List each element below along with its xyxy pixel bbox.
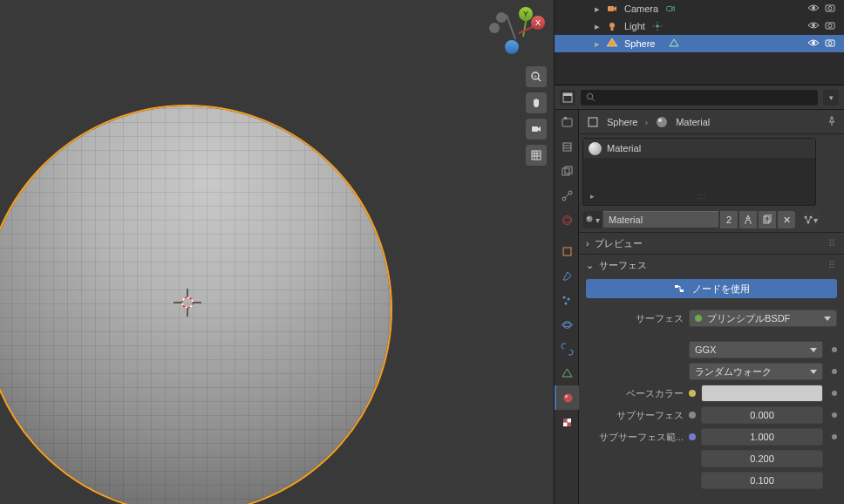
svg-point-20	[609, 23, 615, 28]
nav-gizmo[interactable]: Y X	[486, 2, 547, 63]
tab-output[interactable]	[555, 134, 579, 159]
material-preview-icon	[589, 142, 602, 155]
value-socket-icon[interactable]	[689, 412, 696, 419]
svg-rect-34	[563, 93, 572, 96]
editor-type-dropdown[interactable]	[560, 90, 575, 106]
section-header-surface[interactable]: ⌄ サーフェス ⠿	[579, 255, 844, 276]
visibility-toggle-icon[interactable]	[807, 3, 820, 15]
new-material-button[interactable]	[759, 211, 776, 228]
use-nodes-button[interactable]: ノードを使用	[586, 279, 837, 298]
prop-label-surface: サーフェス	[586, 312, 684, 325]
animate-dot-icon[interactable]	[832, 434, 837, 439]
camera-view-icon[interactable]	[526, 119, 547, 140]
unlink-material-button[interactable]: ✕	[778, 211, 795, 228]
drag-handle-icon[interactable]: ⠿	[828, 238, 837, 249]
outliner-item-sphere[interactable]: ▸ Sphere	[555, 35, 844, 52]
tab-world[interactable]	[555, 208, 579, 232]
vector-socket-icon[interactable]	[689, 433, 696, 440]
material-slot-list[interactable]: Material ▸ ::::	[582, 138, 816, 206]
material-browse-dropdown[interactable]: ▾	[582, 211, 602, 228]
gizmo-z-axis[interactable]	[505, 40, 519, 54]
material-name-field[interactable]: Material	[603, 211, 718, 228]
svg-rect-59	[589, 118, 597, 126]
properties-header: ▾	[555, 85, 844, 110]
animate-dot-icon[interactable]	[832, 391, 837, 396]
outliner-item-camera[interactable]: ▸ Camera	[555, 0, 844, 17]
svg-point-27	[812, 24, 815, 27]
tab-texture[interactable]	[555, 410, 579, 434]
fake-user-toggle-icon[interactable]	[739, 211, 757, 228]
tab-constraints[interactable]	[555, 337, 579, 361]
svg-rect-57	[567, 419, 571, 423]
drag-handle-icon[interactable]: ⠿	[828, 260, 837, 271]
viewport-side-toolbar: +	[526, 66, 547, 166]
pin-icon[interactable]	[827, 116, 837, 128]
svg-text:+: +	[534, 73, 537, 78]
mesh-data-icon	[667, 37, 681, 51]
gizmo-x-axis[interactable]: X	[531, 16, 545, 30]
perspective-toggle-icon[interactable]	[526, 145, 547, 166]
pan-hand-icon[interactable]	[526, 92, 547, 113]
subsurface-radius-y[interactable]: 0.200	[701, 450, 823, 467]
disclosure-triangle-icon[interactable]: ▸	[595, 21, 600, 32]
render-toggle-icon[interactable]	[825, 37, 837, 50]
right-panel: ▸ Camera ▸ Light	[554, 0, 844, 504]
distribution-select[interactable]: GGX	[689, 341, 823, 358]
svg-rect-41	[565, 167, 572, 174]
render-toggle-icon[interactable]	[825, 20, 837, 32]
tab-material[interactable]	[555, 385, 579, 410]
color-socket-icon[interactable]	[689, 390, 696, 397]
light-data-icon	[650, 19, 664, 33]
animate-dot-icon[interactable]	[832, 412, 837, 418]
breadcrumb-object[interactable]: Sphere	[607, 117, 637, 127]
zoom-icon[interactable]: +	[526, 66, 547, 87]
section-header-preview[interactable]: › プレビュー ⠿	[579, 233, 844, 254]
node-tree-dropdown[interactable]: ▾	[800, 211, 820, 228]
cursor-3d-icon	[173, 288, 202, 317]
tab-render[interactable]	[555, 110, 579, 134]
material-users-count[interactable]: 2	[720, 211, 738, 228]
material-slot[interactable]: Material	[583, 139, 815, 158]
section-label: サーフェス	[599, 259, 647, 272]
camera-data-icon	[664, 2, 677, 16]
tab-object[interactable]	[555, 239, 579, 263]
tab-modifiers[interactable]	[555, 263, 579, 288]
visibility-toggle-icon[interactable]	[807, 20, 820, 32]
disclosure-triangle-icon[interactable]: ▸	[595, 38, 600, 50]
svg-rect-46	[563, 248, 571, 255]
outliner-item-label: Sphere	[624, 38, 655, 49]
animate-dot-icon[interactable]	[832, 347, 837, 352]
subsurface-radius-x[interactable]: 1.000	[701, 428, 823, 446]
outliner-item-label: Light	[624, 21, 645, 31]
chevron-down-icon: ⌄	[586, 260, 594, 271]
sss-method-select[interactable]: ランダムウォーク	[689, 363, 823, 380]
expand-list-icon[interactable]: ▸	[590, 192, 595, 201]
breadcrumb-material[interactable]: Material	[676, 117, 710, 127]
visibility-toggle-icon[interactable]	[807, 37, 820, 50]
material-sphere-icon	[655, 115, 669, 129]
render-toggle-icon[interactable]	[825, 3, 837, 15]
tab-particles[interactable]	[555, 288, 579, 312]
prop-label-basecolor: ベースカラー	[586, 387, 684, 400]
outliner-item-light[interactable]: ▸ Light	[555, 17, 844, 35]
tab-physics[interactable]	[555, 312, 579, 337]
search-icon	[586, 92, 596, 102]
animate-dot-icon[interactable]	[832, 369, 837, 374]
subsurface-field[interactable]: 0.000	[701, 406, 823, 424]
gizmo-y-axis[interactable]: Y	[519, 7, 533, 21]
svg-point-61	[658, 119, 662, 122]
base-color-swatch[interactable]	[701, 385, 823, 402]
subsurface-radius-z[interactable]: 0.100	[701, 472, 823, 489]
tab-data[interactable]	[555, 361, 579, 385]
svg-point-30	[812, 41, 815, 44]
viewport-3d[interactable]: Y X +	[0, 0, 554, 504]
svg-rect-9	[532, 126, 538, 132]
tab-viewlayer[interactable]	[555, 159, 579, 183]
options-dropdown[interactable]: ▾	[823, 90, 839, 106]
shader-select[interactable]: プリンシプルBSDF	[689, 310, 837, 327]
disclosure-triangle-icon[interactable]: ▸	[595, 3, 600, 15]
search-input[interactable]	[581, 90, 818, 106]
tab-scene[interactable]	[555, 183, 579, 208]
outliner[interactable]: ▸ Camera ▸ Light	[555, 0, 844, 85]
svg-rect-56	[567, 422, 571, 426]
